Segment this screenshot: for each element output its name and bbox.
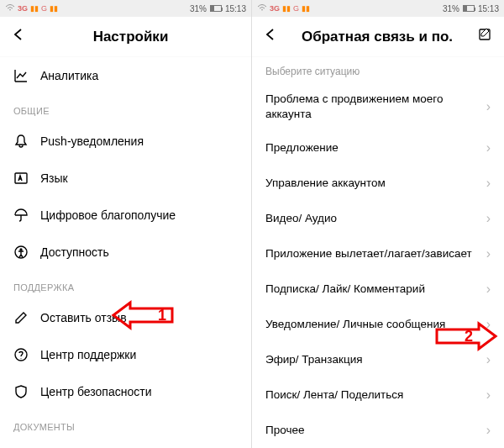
chevron-right-icon: › xyxy=(486,423,491,438)
annotation-number-2: 2 xyxy=(465,328,473,345)
option-label: Проблема с продвижением моего аккаунта xyxy=(265,92,486,121)
chevron-right-icon: › xyxy=(486,246,491,261)
svg-point-2 xyxy=(20,249,22,250)
battery-pct: 31% xyxy=(443,4,459,13)
row-language[interactable]: Язык xyxy=(0,160,251,197)
row-analytics[interactable]: Аналитика xyxy=(0,57,251,94)
option-label: Эфир/ Транзакция xyxy=(265,352,486,367)
status-bar: 3G ▮▮ G ▮▮ 31% 15:13 xyxy=(252,0,504,17)
network-g-label: G xyxy=(41,4,47,13)
signal-icon-2: ▮▮ xyxy=(50,4,58,13)
option-suggestion[interactable]: Предложение › xyxy=(252,130,504,166)
annotation-number-1: 1 xyxy=(158,307,166,324)
wifi-icon xyxy=(257,3,267,13)
page-title: Настройки xyxy=(37,29,224,45)
row-help-center[interactable]: Центр поддержки xyxy=(0,336,251,373)
option-label: Управление аккаунтом xyxy=(265,176,486,191)
option-label: Поиск/ Лента/ Поделиться xyxy=(265,387,486,403)
row-label: Доступность xyxy=(40,245,238,259)
chevron-right-icon: › xyxy=(486,387,491,403)
signal-icon-1: ▮▮ xyxy=(282,4,291,13)
row-label: Push-уведомления xyxy=(40,134,238,148)
network-3g-label: 3G xyxy=(18,4,28,13)
settings-screen: 3G ▮▮ G ▮▮ 31% 15:13 Настройки Аналитика xyxy=(0,0,252,448)
option-subscribe-like[interactable]: Подписка/ Лайк/ Комментарий › xyxy=(252,271,504,307)
chevron-right-icon: › xyxy=(486,282,491,297)
signal-icon-1: ▮▮ xyxy=(30,4,39,13)
option-video-audio[interactable]: Видео/ Аудио › xyxy=(252,201,504,236)
battery-icon xyxy=(463,5,475,12)
option-label: Прочее xyxy=(265,423,486,438)
analytics-icon xyxy=(13,68,29,83)
chevron-right-icon: › xyxy=(486,211,491,226)
umbrella-icon xyxy=(13,208,29,223)
language-icon xyxy=(13,171,29,186)
option-app-crash[interactable]: Приложение вылетает/лагает/зависает › xyxy=(252,236,504,271)
option-label: Предложение xyxy=(265,140,486,155)
status-time: 15:13 xyxy=(225,4,246,13)
chevron-right-icon: › xyxy=(486,99,491,114)
row-label: Центр поддержки xyxy=(40,348,238,361)
annotation-arrow-1: 1 xyxy=(109,298,176,332)
option-label: Подписка/ Лайк/ Комментарий xyxy=(265,282,486,297)
chevron-right-icon: › xyxy=(486,176,491,191)
option-other[interactable]: Прочее › xyxy=(252,413,504,448)
chevron-right-icon: › xyxy=(486,352,491,367)
bell-icon xyxy=(13,134,29,149)
status-bar: 3G ▮▮ G ▮▮ 31% 15:13 xyxy=(0,0,251,17)
svg-point-3 xyxy=(15,349,27,361)
header: Обратная связь и по. xyxy=(252,17,504,57)
annotation-arrow-2: 2 xyxy=(433,319,500,353)
shield-icon xyxy=(13,384,29,399)
header: Настройки xyxy=(0,17,251,57)
section-general: ОБЩИЕ xyxy=(0,94,251,123)
row-digital-wellbeing[interactable]: Цифровое благополучие xyxy=(0,197,251,234)
row-label: Центр безопасности xyxy=(40,385,238,398)
option-account-management[interactable]: Управление аккаунтом › xyxy=(252,166,504,201)
section-support: ПОДДЕРЖКА xyxy=(0,271,251,299)
row-safety-center[interactable]: Центр безопасности xyxy=(0,373,251,410)
battery-icon xyxy=(210,5,222,12)
option-label: Приложение вылетает/лагает/зависает xyxy=(265,246,486,261)
wifi-icon xyxy=(5,3,15,13)
back-button[interactable] xyxy=(10,26,27,47)
option-label: Видео/ Аудио xyxy=(265,211,486,226)
network-3g-label: 3G xyxy=(270,4,280,13)
feedback-screen: 3G ▮▮ G ▮▮ 31% 15:13 Обратная связь и по… xyxy=(252,0,504,448)
battery-pct: 31% xyxy=(190,4,207,13)
choose-situation-label: Выберите ситуацию xyxy=(252,57,504,82)
option-search-feed-share[interactable]: Поиск/ Лента/ Поделиться › xyxy=(252,377,504,413)
chevron-right-icon: › xyxy=(486,140,491,155)
row-push[interactable]: Push-уведомления xyxy=(0,123,251,160)
edit-button[interactable] xyxy=(475,27,494,46)
row-accessibility[interactable]: Доступность xyxy=(0,234,251,271)
row-label: Язык xyxy=(40,171,238,185)
page-title: Обратная связь и по. xyxy=(289,29,465,45)
section-docs: ДОКУМЕНТЫ xyxy=(0,410,251,439)
signal-icon-2: ▮▮ xyxy=(302,4,310,13)
accessibility-icon xyxy=(13,245,29,260)
network-g-label: G xyxy=(293,4,299,13)
status-time: 15:13 xyxy=(478,4,499,13)
row-label: Аналитика xyxy=(40,69,238,82)
pencil-icon xyxy=(13,310,29,325)
back-button[interactable] xyxy=(262,26,279,47)
option-promotion-problem[interactable]: Проблема с продвижением моего аккаунта › xyxy=(252,82,504,130)
row-label: Цифровое благополучие xyxy=(40,208,238,222)
help-icon xyxy=(13,347,29,362)
